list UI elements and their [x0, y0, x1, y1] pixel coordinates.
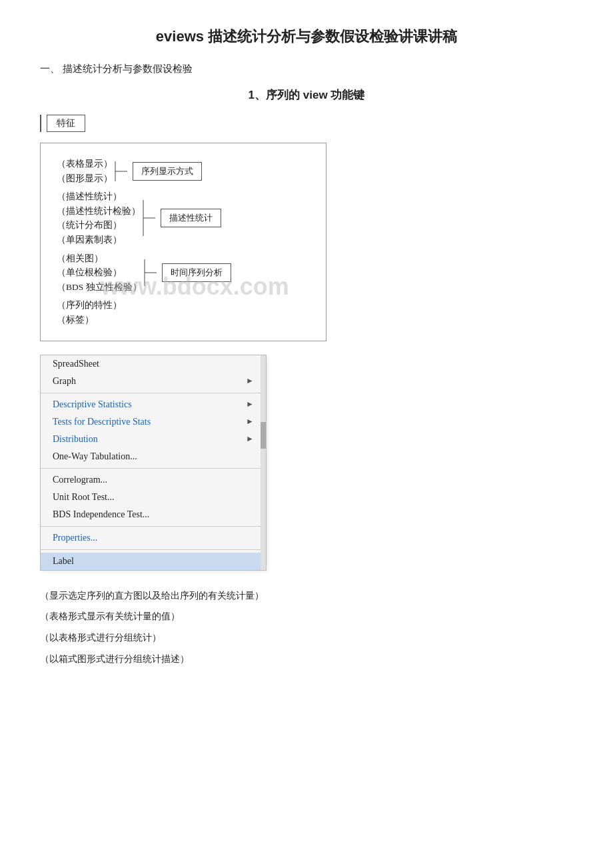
group2-item-1: （描述性统计） — [57, 189, 141, 204]
menu-box: SpreadSheet Graph ► Descriptive Statisti… — [40, 355, 267, 571]
notes-section: （显示选定序列的直方图以及给出序列的有关统计量） （表格形式显示有关统计量的值）… — [40, 588, 573, 667]
group2-row: （描述性统计） （描述性统计检验） （统计分布图） （单因素制表） 描述性统计 — [57, 189, 310, 247]
note-3: （以表格形式进行分组统计） — [40, 630, 573, 646]
divider-1 — [41, 393, 266, 393]
menu-item-bds-label: BDS Independence Test... — [53, 509, 149, 520]
group3-item-1: （相关图） — [57, 251, 142, 266]
group2-label: 描述性统计 — [161, 209, 221, 227]
group3-row: （相关图） （单位根检验） （BDS 独立性检验） 时间序列分析 — [57, 251, 310, 295]
note-4: （以箱式图形式进行分组统计描述） — [40, 651, 573, 667]
menu-item-oneway[interactable]: One-Way Tabulation... — [41, 448, 266, 465]
divider-3 — [41, 526, 266, 527]
extra-item-1: （序列的特性） — [57, 298, 310, 313]
menu-item-graph[interactable]: Graph ► — [41, 373, 266, 390]
menu-item-desc-stats[interactable]: Descriptive Statistics ► — [41, 396, 266, 413]
divider-4 — [41, 549, 266, 550]
menu-item-spreadsheet[interactable]: SpreadSheet — [41, 355, 266, 373]
menu-item-properties[interactable]: Properties... — [41, 529, 266, 547]
feature-label: 特征 — [47, 115, 85, 132]
menu-item-desc-stats-label: Descriptive Statistics — [53, 399, 132, 410]
section-heading: 一、 描述统计分析与参数假设检验 — [40, 63, 573, 75]
scrollbar[interactable] — [261, 355, 266, 570]
menu-item-graph-label: Graph — [53, 376, 76, 387]
sub-title: 1、序列的 view 功能键 — [40, 87, 573, 103]
menu-item-tests-arrow: ► — [246, 417, 254, 427]
extra-items: （序列的特性） （标签） — [57, 298, 310, 327]
note-1: （显示选定序列的直方图以及给出序列的有关统计量） — [40, 588, 573, 604]
group2-item-4: （单因素制表） — [57, 233, 141, 247]
group1-row: （表格显示） （图形显示） 序列显示方式 — [57, 157, 310, 185]
feature-box: 特征 — [40, 115, 85, 132]
group2-item-3: （统计分布图） — [57, 218, 141, 233]
group1-items: （表格显示） （图形显示） — [57, 157, 113, 185]
group3-bracket-svg — [142, 256, 162, 289]
group2-item-2: （描述性统计检验） — [57, 204, 141, 219]
group1-bracket-svg — [113, 159, 133, 184]
group3-item-2: （单位根检验） — [57, 265, 142, 280]
menu-item-properties-label: Properties... — [53, 533, 97, 543]
group3-item-3: （BDS 独立性检验） — [57, 280, 142, 295]
page-title: eviews 描述统计分析与参数假设检验讲课讲稿 — [40, 27, 573, 47]
group2-items: （描述性统计） （描述性统计检验） （统计分布图） （单因素制表） — [57, 189, 141, 247]
menu-item-correlogram[interactable]: Correlogram... — [41, 471, 266, 489]
group3-items: （相关图） （单位根检验） （BDS 独立性检验） — [57, 251, 142, 295]
group2-bracket-svg — [141, 196, 161, 240]
menu-item-oneway-label: One-Way Tabulation... — [53, 451, 137, 462]
divider-2 — [41, 468, 266, 469]
menu-item-distribution-arrow: ► — [246, 434, 254, 444]
menu-item-graph-arrow: ► — [246, 376, 254, 386]
menu-item-label-label: Label — [53, 556, 74, 567]
group3-label: 时间序列分析 — [162, 263, 231, 282]
menu-item-distribution-label: Distribution — [53, 434, 98, 445]
menu-item-unitroot[interactable]: Unit Root Test... — [41, 489, 266, 506]
group1-item-2: （图形显示） — [57, 171, 113, 186]
scrollbar-thumb[interactable] — [261, 422, 266, 449]
menu-item-spreadsheet-label: SpreadSheet — [53, 359, 99, 369]
menu-item-tests-label: Tests for Descriptive Stats — [53, 417, 151, 427]
menu-item-label[interactable]: Label — [41, 553, 266, 570]
extra-item-2: （标签） — [57, 313, 310, 327]
menu-item-desc-stats-arrow: ► — [246, 399, 254, 409]
menu-item-unitroot-label: Unit Root Test... — [53, 492, 115, 503]
menu-item-tests[interactable]: Tests for Descriptive Stats ► — [41, 413, 266, 431]
menu-item-bds[interactable]: BDS Independence Test... — [41, 506, 266, 523]
group1-label: 序列显示方式 — [133, 162, 202, 181]
group1-item-1: （表格显示） — [57, 157, 113, 171]
diagram-container: （表格显示） （图形显示） 序列显示方式 （描述性统计） （描述性统计检验） （… — [40, 143, 326, 341]
menu-item-correlogram-label: Correlogram... — [53, 475, 107, 485]
menu-item-distribution[interactable]: Distribution ► — [41, 431, 266, 448]
note-2: （表格形式显示有关统计量的值） — [40, 609, 573, 625]
